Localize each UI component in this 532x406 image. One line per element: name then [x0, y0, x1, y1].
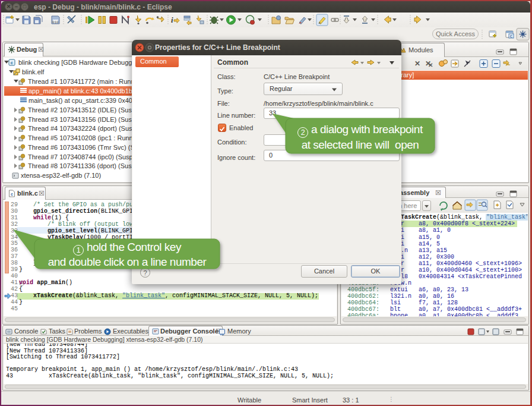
- svg-text:✕: ✕: [428, 62, 433, 68]
- svg-text:010: 010: [52, 20, 59, 24]
- svg-text:C: C: [510, 34, 513, 38]
- svg-text:i: i: [171, 15, 173, 24]
- svg-text:c: c: [11, 60, 14, 65]
- svg-text:✕: ✕: [414, 59, 420, 68]
- svg-text:c: c: [11, 192, 13, 197]
